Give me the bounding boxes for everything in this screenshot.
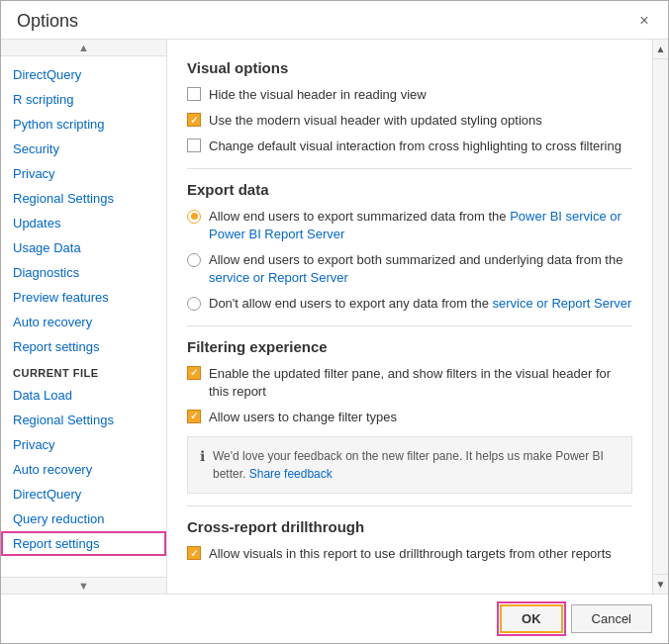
sidebar-item-usagedata[interactable]: Usage Data xyxy=(1,235,166,260)
dialog-footer: OK Cancel xyxy=(1,594,668,643)
export-data-title: Export data xyxy=(187,181,632,198)
option-export-both: Allow end users to export both summarize… xyxy=(187,251,632,287)
feedback-text: We'd love your feedback on the new filte… xyxy=(213,447,620,483)
checkbox-allow-visuals-drillthrough[interactable] xyxy=(187,546,201,560)
sidebar-item-cf-directquery[interactable]: DirectQuery xyxy=(1,482,166,506)
sidebar-item-privacy[interactable]: Privacy xyxy=(1,161,166,186)
visual-options-section: Visual options Hide the visual header in… xyxy=(187,59,632,156)
export-data-section: Export data Allow end users to export su… xyxy=(187,181,632,314)
sidebar-item-cf-reportsettings[interactable]: Report settings xyxy=(1,531,166,556)
label-hide-visual-header: Hide the visual header in reading view xyxy=(209,86,427,104)
radio-export-both[interactable] xyxy=(187,253,201,267)
label-allow-filter-types: Allow users to change filter types xyxy=(209,409,397,426)
sidebar-item-dataload[interactable]: Data Load xyxy=(1,383,166,408)
content-scrollbar: ▲ ▼ xyxy=(652,40,668,594)
sidebar-item-cf-autorecovery[interactable]: Auto recovery xyxy=(1,457,166,482)
option-allow-filter-types: Allow users to change filter types xyxy=(187,409,632,426)
filtering-experience-section: Filtering experience Enable the updated … xyxy=(187,338,632,495)
checkbox-enable-filter-pane[interactable] xyxy=(187,366,201,380)
content-scroll-down-arrow[interactable]: ▼ xyxy=(653,574,668,594)
option-export-summarized: Allow end users to export summarized dat… xyxy=(187,208,632,243)
cross-report-drillthrough-title: Cross-report drillthrough xyxy=(187,518,632,535)
label-change-visual-interaction: Change default visual interaction from c… xyxy=(209,138,621,155)
option-change-visual-interaction: Change default visual interaction from c… xyxy=(187,138,632,155)
main-content: Visual options Hide the visual header in… xyxy=(167,40,652,594)
sidebar-item-cf-privacy[interactable]: Privacy xyxy=(1,432,166,457)
option-modern-visual-header: Use the modern visual header with update… xyxy=(187,112,632,130)
sidebar-current-file-section: CURRENT FILE Data Load Regional Settings… xyxy=(1,359,166,556)
sidebar-section-header-current-file: CURRENT FILE xyxy=(1,359,166,383)
sidebar-item-regionalsettings[interactable]: Regional Settings xyxy=(1,186,166,211)
option-hide-visual-header: Hide the visual header in reading view xyxy=(187,86,632,104)
cross-report-drillthrough-section: Cross-report drillthrough Allow visuals … xyxy=(187,518,632,563)
option-enable-filter-pane: Enable the updated filter pane, and show… xyxy=(187,365,632,401)
sidebar-item-previewfeatures[interactable]: Preview features xyxy=(1,285,166,310)
radio-export-summarized[interactable] xyxy=(187,210,201,224)
cancel-button[interactable]: Cancel xyxy=(571,604,652,633)
divider-3 xyxy=(187,506,632,506)
label-enable-filter-pane: Enable the updated filter pane, and show… xyxy=(209,365,632,401)
label-modern-visual-header: Use the modern visual header with update… xyxy=(209,112,542,130)
checkbox-modern-visual-header[interactable] xyxy=(187,113,201,127)
share-feedback-link[interactable]: Share feedback xyxy=(249,467,333,481)
options-dialog: Options × ▲ DirectQuery R scripting Pyth… xyxy=(0,0,669,644)
sidebar-item-directquery[interactable]: DirectQuery xyxy=(1,62,166,87)
label-export-both: Allow end users to export both summarize… xyxy=(209,251,632,287)
visual-options-title: Visual options xyxy=(187,59,632,76)
sidebar-global-section: DirectQuery R scripting Python scripting… xyxy=(1,62,166,359)
sidebar: ▲ DirectQuery R scripting Python scripti… xyxy=(1,40,167,594)
sidebar-item-cf-queryreduction[interactable]: Query reduction xyxy=(1,506,166,531)
sidebar-item-pythonscripting[interactable]: Python scripting xyxy=(1,112,166,137)
sidebar-item-autorecovery[interactable]: Auto recovery xyxy=(1,310,166,334)
sidebar-item-updates[interactable]: Updates xyxy=(1,211,166,235)
dialog-body: ▲ DirectQuery R scripting Python scripti… xyxy=(1,39,668,594)
titlebar: Options × xyxy=(1,1,668,39)
filtering-experience-title: Filtering experience xyxy=(187,338,632,355)
dialog-title: Options xyxy=(17,11,78,32)
sidebar-item-diagnostics[interactable]: Diagnostics xyxy=(1,260,166,285)
sidebar-scroll-container: DirectQuery R scripting Python scripting… xyxy=(1,56,166,577)
info-icon: ℹ xyxy=(200,448,205,464)
sidebar-item-rscripting[interactable]: R scripting xyxy=(1,87,166,112)
sidebar-item-cf-regionalsettings[interactable]: Regional Settings xyxy=(1,408,166,432)
divider-1 xyxy=(187,168,632,169)
label-export-summarized: Allow end users to export summarized dat… xyxy=(209,208,632,243)
checkbox-change-visual-interaction[interactable] xyxy=(187,138,201,152)
label-allow-visuals-drillthrough: Allow visuals in this report to use dril… xyxy=(209,545,612,563)
close-button[interactable]: × xyxy=(632,9,656,33)
option-allow-visuals-drillthrough: Allow visuals in this report to use dril… xyxy=(187,545,632,563)
option-dont-allow-export: Don't allow end users to export any data… xyxy=(187,295,632,313)
checkbox-allow-filter-types[interactable] xyxy=(187,410,201,423)
content-scroll-track xyxy=(653,59,668,574)
sidebar-scroll-down[interactable]: ▼ xyxy=(1,577,166,594)
content-scroll-area: Visual options Hide the visual header in… xyxy=(167,40,652,594)
content-scroll-up-arrow[interactable]: ▲ xyxy=(653,40,668,59)
sidebar-item-security[interactable]: Security xyxy=(1,137,166,161)
radio-dont-allow-export[interactable] xyxy=(187,297,201,311)
label-dont-allow-export: Don't allow end users to export any data… xyxy=(209,295,631,313)
divider-2 xyxy=(187,325,632,326)
sidebar-item-reportsettings[interactable]: Report settings xyxy=(1,334,166,359)
sidebar-scroll-up[interactable]: ▲ xyxy=(1,40,166,56)
ok-button[interactable]: OK xyxy=(500,604,563,633)
checkbox-hide-visual-header[interactable] xyxy=(187,87,201,101)
feedback-box: ℹ We'd love your feedback on the new fil… xyxy=(187,436,632,494)
